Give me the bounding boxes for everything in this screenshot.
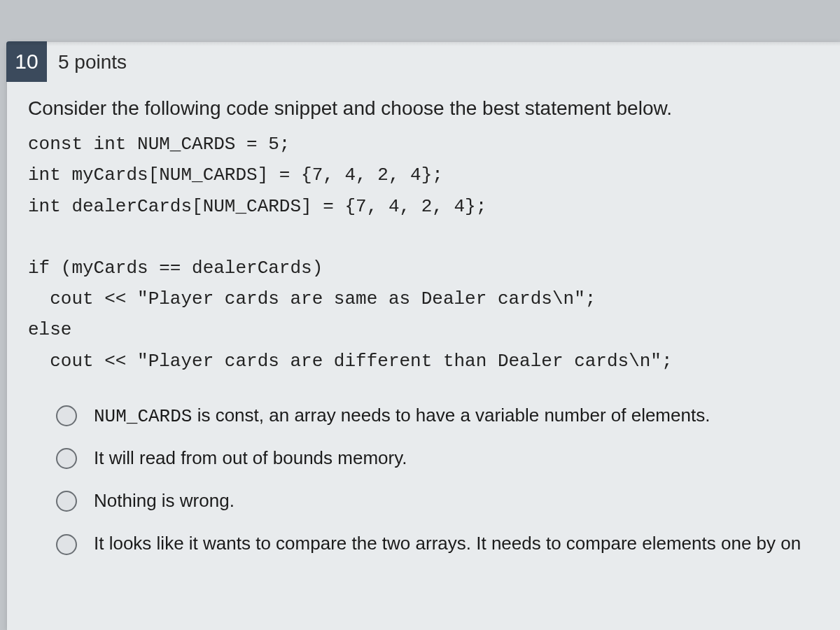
option-row-3[interactable]: Nothing is wrong. <box>56 489 819 514</box>
question-card: 10 5 points Consider the following code … <box>7 42 840 630</box>
question-prompt: Consider the following code snippet and … <box>28 94 819 122</box>
option-row-2[interactable]: It will read from out of bounds memory. <box>56 446 819 472</box>
code-snippet: const int NUM_CARDS = 5; int myCards[NUM… <box>28 129 819 377</box>
shadow-decoration <box>7 42 840 46</box>
question-number-badge: 10 <box>6 41 47 82</box>
option-text: It will read from out of bounds memory. <box>94 446 407 472</box>
option-label: It looks like it wants to compare the tw… <box>94 533 801 554</box>
question-body: Consider the following code snippet and … <box>7 94 840 557</box>
radio-button[interactable] <box>56 448 77 469</box>
option-text: Nothing is wrong. <box>94 489 234 514</box>
option-label: Nothing is wrong. <box>94 490 234 511</box>
option-text: It looks like it wants to compare the tw… <box>94 531 801 557</box>
radio-button[interactable] <box>56 491 77 512</box>
answer-options: NUM_CARDS is const, an array needs to ha… <box>28 396 819 557</box>
radio-button[interactable] <box>56 534 77 555</box>
option-row-4[interactable]: It looks like it wants to compare the tw… <box>56 531 819 557</box>
option-code-prefix: NUM_CARDS <box>94 406 192 427</box>
radio-button[interactable] <box>56 405 77 426</box>
option-text: NUM_CARDS is const, an array needs to ha… <box>94 403 710 429</box>
option-row-1[interactable]: NUM_CARDS is const, an array needs to ha… <box>56 403 819 429</box>
points-label: 5 points <box>58 51 127 74</box>
option-label: is const, an array needs to have a varia… <box>192 405 710 426</box>
question-header: 10 5 points <box>7 42 840 82</box>
option-label: It will read from out of bounds memory. <box>94 447 407 468</box>
